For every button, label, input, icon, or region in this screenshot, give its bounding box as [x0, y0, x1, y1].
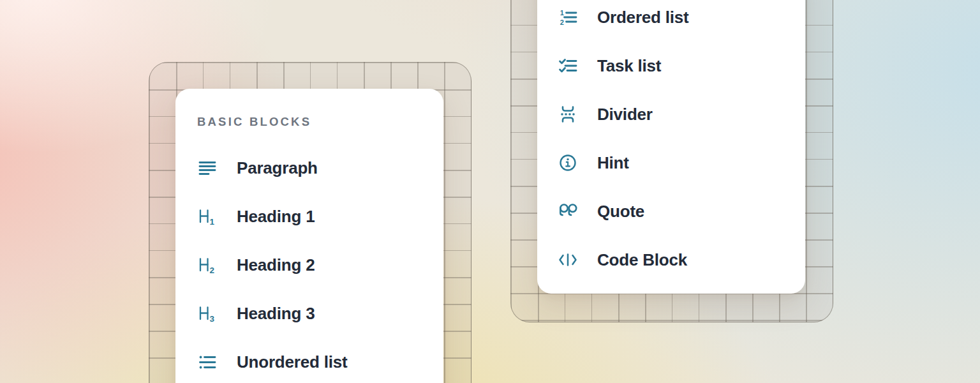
menu-item-label: Code Block [597, 250, 687, 270]
svg-text:1: 1 [210, 217, 215, 227]
menu-item-label: Quote [597, 202, 644, 222]
basic-blocks-items: Paragraph 1 Heading 1 2 Heading 2 3 Head… [197, 144, 422, 383]
menu-item-label: Task list [597, 56, 661, 76]
menu-item-heading-3[interactable]: 3 Heading 3 [197, 289, 422, 338]
code-block-icon [558, 250, 578, 270]
svg-text:2: 2 [560, 19, 564, 26]
menu-item-label: Heading 3 [237, 304, 315, 324]
menu-item-paragraph[interactable]: Paragraph [197, 144, 422, 192]
menu-item-label: Unordered list [237, 352, 347, 372]
svg-text:2: 2 [210, 266, 215, 275]
menu-item-hint[interactable]: Hint [558, 139, 785, 187]
menu-item-heading-1[interactable]: 1 Heading 1 [197, 192, 422, 241]
quote-icon [558, 201, 578, 222]
heading-1-icon: 1 [197, 206, 218, 227]
menu-item-quote[interactable]: Quote [558, 187, 785, 236]
svg-text:1: 1 [560, 9, 564, 17]
menu-item-task-list[interactable]: Task list [558, 41, 785, 90]
section-label-basic-blocks: BASIC BLOCKS [197, 114, 422, 130]
task-list-icon [558, 56, 578, 76]
ordered-list-icon: 1 2 [558, 7, 578, 27]
menu-item-divider[interactable]: Divider [558, 90, 785, 139]
menu-item-label: Paragraph [237, 158, 318, 178]
svg-text:3: 3 [210, 314, 215, 324]
insert-blocks-items: 1 2 Ordered list Task list Divider Hint … [558, 0, 785, 284]
menu-item-heading-2[interactable]: 2 Heading 2 [197, 241, 422, 289]
menu-item-label: Divider [597, 105, 653, 124]
paragraph-icon [197, 158, 218, 178]
heading-2-icon: 2 [197, 255, 218, 275]
divider-icon [558, 104, 578, 124]
insert-blocks-menu: 1 2 Ordered list Task list Divider Hint … [537, 0, 805, 294]
basic-blocks-menu: BASIC BLOCKS Paragraph 1 Heading 1 2 Hea… [175, 89, 443, 383]
menu-item-label: Heading 1 [237, 207, 315, 227]
menu-item-label: Heading 2 [237, 255, 315, 275]
unordered-list-icon [197, 352, 218, 372]
menu-item-code-block[interactable]: Code Block [558, 236, 785, 284]
menu-item-label: Ordered list [597, 8, 689, 27]
heading-3-icon: 3 [197, 303, 218, 324]
menu-item-unordered-list[interactable]: Unordered list [197, 338, 422, 383]
menu-item-label: Hint [597, 153, 629, 173]
hint-icon [558, 153, 578, 173]
menu-item-ordered-list[interactable]: 1 2 Ordered list [558, 0, 785, 41]
canvas: BASIC BLOCKS Paragraph 1 Heading 1 2 Hea… [0, 0, 980, 383]
